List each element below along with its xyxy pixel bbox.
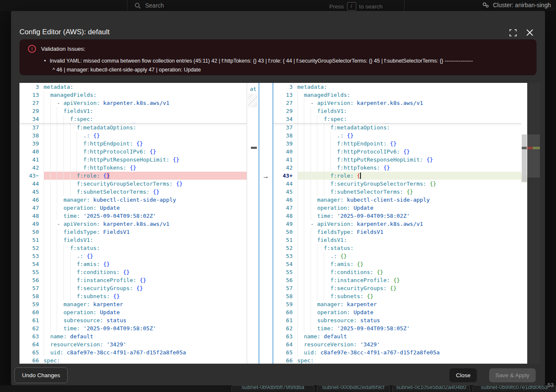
line-number: 66 — [19, 356, 44, 364]
diff-sash[interactable]: → — [259, 83, 273, 364]
unfold-region-dots[interactable]: ··· — [131, 121, 136, 125]
line-number: 55 — [273, 268, 297, 276]
undo-changes-button[interactable]: Undo Changes — [14, 367, 68, 383]
indent-guide — [57, 123, 63, 132]
indent-guide — [77, 140, 83, 148]
screen: Search Press / to search Cluster: anirba… — [0, 0, 556, 392]
revert-change-arrow[interactable]: → — [259, 173, 272, 180]
code-token: {} — [110, 293, 119, 299]
indent-guide — [311, 244, 317, 252]
line-number: 34 — [19, 115, 44, 123]
line-number: 42 — [273, 164, 297, 172]
indent-guide — [304, 123, 311, 132]
global-search[interactable]: Search — [135, 2, 164, 9]
line-number: 50 — [19, 228, 44, 236]
indent-guide — [44, 276, 50, 284]
code-token: f:securityGroupSelectorTerms: — [77, 181, 173, 187]
indent-guide — [57, 316, 63, 324]
indent-guide — [311, 276, 317, 284]
code-token: metadata: — [44, 84, 73, 90]
code-token: f:httpTokens: — [83, 164, 127, 171]
code-line: 57f:securityGroups: {} — [19, 284, 247, 292]
indent-guide — [297, 188, 304, 196]
line-number: 62 — [273, 324, 297, 332]
code-token: {} — [400, 148, 410, 155]
line-number: 27 — [19, 99, 44, 107]
line-number: 62 — [19, 324, 44, 332]
indent-guide — [44, 236, 50, 244]
code-token: manager: — [63, 197, 90, 203]
close-button[interactable]: Close — [449, 368, 477, 382]
code-token: operation: — [317, 205, 350, 211]
fullscreen-icon[interactable] — [509, 29, 517, 37]
editor-scrollbar[interactable] — [521, 83, 527, 364]
code-line: 40f:httpProtocolIPv6: {} — [273, 148, 522, 156]
code-token: f:subnetSelectorTerms: — [77, 189, 149, 195]
scrollbar-slider[interactable] — [522, 134, 527, 182]
code-rows-right[interactable]: 37f:metadataOptions:38.: {}39f:httpEndpo… — [273, 123, 522, 364]
code-token: {} — [423, 156, 433, 163]
indent-guide — [297, 284, 304, 292]
indent-guide — [311, 236, 317, 244]
indent-guide — [304, 115, 311, 123]
indent-guide — [324, 180, 330, 188]
indent-guide — [63, 252, 70, 260]
code-token: f:instanceProfile: — [330, 277, 390, 283]
indent-guide — [44, 123, 50, 132]
code-token: {} — [133, 285, 143, 291]
code-token: Update — [96, 309, 120, 315]
decorations-overview-ruler — [527, 83, 540, 364]
indent-guide — [317, 276, 324, 284]
code-line: 64resourceVersion: '3429' — [273, 340, 522, 348]
code-line: 13managedFields: — [273, 91, 522, 99]
line-number: 66 — [273, 356, 297, 364]
close-icon[interactable] — [526, 29, 534, 37]
indent-guide — [70, 284, 77, 292]
code-line: 27- apiVersion: karpenter.k8s.aws/v1 — [19, 99, 247, 107]
indent-guide — [57, 284, 63, 292]
indent-guide — [50, 212, 57, 220]
code-rows-left[interactable]: 37f:metadataOptions:38.: {}39f:httpEndpo… — [19, 123, 247, 364]
overview-cursor-mark — [251, 147, 257, 149]
indent-guide — [63, 115, 70, 123]
slash-key-hint: / — [347, 2, 356, 11]
code-token: '2025-09-04T09:58:05Z' — [80, 325, 156, 332]
unfold-region-dots[interactable]: ··· — [385, 121, 390, 125]
indent-guide — [44, 212, 50, 220]
line-number: 56 — [273, 276, 297, 284]
code-line: 29fieldsV1: — [19, 107, 247, 115]
indent-guide — [44, 107, 50, 115]
indent-guide — [304, 180, 311, 188]
overview-slider-block[interactable] — [527, 134, 540, 178]
code-token: {} — [173, 181, 182, 187]
line-number: 50 — [273, 228, 297, 236]
code-token: apiVersion: — [63, 221, 100, 227]
code-line: 56f:instanceProfile: {} — [19, 276, 247, 284]
code-token: '3429' — [103, 341, 127, 348]
left-overview-ruler[interactable]: at — [247, 83, 259, 364]
code-line: 65uid: c8afe97e-38cc-4f91-a767-d15f2a8fe… — [273, 348, 522, 356]
line-number: 55 — [19, 268, 44, 276]
code-line: 29fieldsV1: — [273, 107, 522, 115]
search-placeholder: Search — [145, 2, 164, 9]
indent-guide — [50, 164, 57, 172]
indent-guide — [70, 132, 77, 140]
code-token: apiVersion: — [317, 100, 353, 106]
cluster-selector[interactable]: Cluster: anirban-singh — [482, 2, 556, 8]
line-number: 65 — [19, 348, 44, 356]
line-number: 65 — [273, 348, 297, 356]
code-line: 43+f:role: { — [273, 172, 522, 180]
indent-guide — [311, 164, 317, 172]
code-token: karpenter.k8s.aws/v1 — [100, 221, 169, 227]
indent-guide — [70, 164, 77, 172]
code-line: 41f:httpPutResponseHopLimit: {} — [273, 156, 522, 164]
code-token: manager: — [63, 301, 90, 307]
indent-guide — [324, 276, 330, 284]
right-scrollbar-zone[interactable] — [521, 83, 540, 364]
indent-guide — [311, 148, 317, 156]
indent-guide — [330, 140, 337, 148]
indent-guide — [44, 156, 50, 164]
code-token: {} — [387, 285, 396, 291]
diff-modified-pane[interactable]: 3metadata:13managedFields:27- apiVersion… — [273, 83, 522, 364]
topbar-divider — [404, 0, 405, 11]
